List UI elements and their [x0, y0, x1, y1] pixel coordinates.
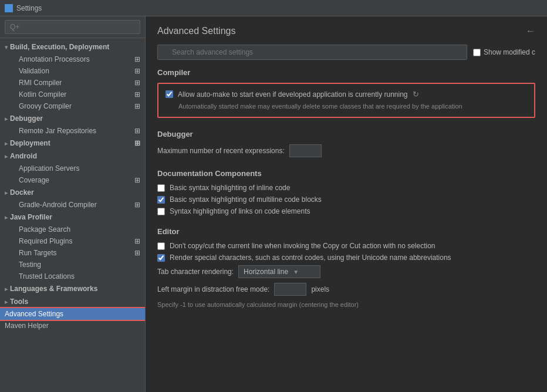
editor-checkbox-1[interactable] — [157, 242, 165, 250]
pixels-label: pixels — [311, 285, 329, 293]
back-arrow-button[interactable]: ← — [526, 26, 535, 36]
tab-rendering-select[interactable]: Horizontal line ▼ — [238, 265, 320, 278]
documentation-section: Documentation Components Basic syntax hi… — [157, 169, 535, 215]
allow-automake-checkbox[interactable] — [166, 90, 173, 98]
expand-icon-validation: ⊞ — [134, 67, 140, 75]
expand-icon-gradle: ⊞ — [134, 201, 140, 209]
tab-character-rendering-row: Tab character rendering: Horizontal line… — [157, 265, 535, 278]
sidebar-item-application-servers[interactable]: Application Servers — [0, 163, 145, 174]
content-header: Advanced Settings ← — [157, 26, 535, 36]
sidebar-item-kotlin-compiler[interactable]: Kotlin Compiler ⊞ — [0, 89, 145, 100]
sidebar-group-android-label: Android — [10, 152, 37, 160]
doc-checkbox-row-2: Basic syntax highlighting of multiline c… — [157, 195, 535, 204]
advanced-search-input[interactable] — [157, 45, 467, 60]
sidebar-group-build-label: Build, Execution, Deployment — [10, 43, 109, 51]
sidebar-item-run-targets[interactable]: Run Targets ⊞ — [0, 247, 145, 259]
sidebar-item-remote-jar[interactable]: Remote Jar Repositories ⊞ — [0, 125, 145, 137]
show-modified-label: Show modified c — [484, 48, 535, 56]
editor-checkbox-label-2: Render special characters, such as contr… — [170, 254, 451, 262]
sidebar-item-coverage[interactable]: Coverage ⊞ — [0, 174, 145, 186]
expand-arrow-build: ▾ — [5, 44, 8, 50]
sidebar-item-package-search[interactable]: Package Search — [0, 224, 145, 235]
doc-checkbox-label-3: Syntax highlighting of links on code ele… — [170, 207, 310, 215]
sidebar-group-debugger-label: Debugger — [10, 114, 43, 123]
sidebar-search-input[interactable] — [5, 20, 140, 34]
sidebar-search-box[interactable] — [0, 16, 145, 38]
sidebar-item-advanced-settings[interactable]: Advanced Settings — [0, 308, 145, 320]
tab-rendering-label: Tab character rendering: — [157, 268, 234, 276]
sidebar-item-required-plugins[interactable]: Required Plugins ⊞ — [0, 235, 145, 247]
sidebar-section-build: ▾ Build, Execution, Deployment Annotatio… — [0, 38, 145, 334]
dropdown-arrow-icon: ▼ — [293, 269, 299, 275]
editor-section-title: Editor — [157, 227, 535, 236]
expand-icon-kotlin: ⊞ — [134, 90, 140, 99]
sidebar-group-java-profiler-label: Java Profiler — [10, 213, 52, 221]
sidebar-group-languages[interactable]: ▸ Languages & Frameworks — [0, 282, 145, 295]
editor-checkbox-row-1: Don't copy/cut the current line when inv… — [157, 242, 535, 250]
sidebar-group-languages-label: Languages & Frameworks — [10, 285, 97, 293]
sidebar-group-docker-label: Docker — [10, 188, 34, 197]
expand-icon-annotation: ⊞ — [134, 55, 140, 63]
sidebar-item-annotation-processors[interactable]: Annotation Processors ⊞ — [0, 53, 145, 65]
sidebar-item-trusted-locations[interactable]: Trusted Locations — [0, 271, 145, 282]
doc-checkbox-3[interactable] — [157, 208, 165, 215]
compiler-checkbox-hint: Automatically started make may eventuall… — [178, 102, 527, 111]
content-title: Advanced Settings — [157, 26, 235, 36]
search-bar: Show modified c — [157, 45, 535, 60]
sidebar-item-rmi-compiler[interactable]: RMI Compiler ⊞ — [0, 77, 145, 89]
doc-checkbox-label-2: Basic syntax highlighting of multiline c… — [170, 195, 322, 204]
left-margin-row: Left margin in distraction free mode: -1… — [157, 283, 535, 296]
max-recent-input[interactable]: 50 — [289, 144, 322, 157]
sidebar-group-tools[interactable]: ▸ Tools — [0, 295, 145, 308]
title-bar-text: Settings — [16, 4, 42, 12]
sidebar-item-validation[interactable]: Validation ⊞ — [0, 65, 145, 77]
sidebar-item-groovy-compiler[interactable]: Groovy Compiler ⊞ — [0, 100, 145, 112]
app-icon — [5, 4, 13, 12]
doc-checkbox-1[interactable] — [157, 184, 165, 192]
show-modified-container: Show modified c — [473, 48, 535, 56]
expand-arrow-deployment: ▸ — [5, 140, 8, 147]
doc-checkbox-2[interactable] — [157, 196, 165, 204]
expand-icon-remote-jar: ⊞ — [134, 127, 140, 135]
sidebar-item-gradle-android[interactable]: Gradle-Android Compiler ⊞ — [0, 199, 145, 211]
content-area: Advanced Settings ← Show modified c Comp… — [146, 16, 547, 392]
expand-icon-required-plugins: ⊞ — [134, 237, 140, 245]
sidebar-group-java-profiler[interactable]: ▸ Java Profiler — [0, 211, 145, 224]
allow-automake-label: Allow auto-make to start even if develop… — [178, 90, 408, 99]
tab-rendering-value: Horizontal line — [244, 268, 288, 276]
left-margin-input[interactable]: -1 — [274, 283, 306, 296]
doc-checkbox-row-3: Syntax highlighting of links on code ele… — [157, 207, 535, 215]
compiler-section: Compiler Allow auto-make to start even i… — [157, 68, 535, 118]
sidebar-group-debugger[interactable]: ▸ Debugger — [0, 112, 145, 125]
max-recent-label: Maximum number of recent expressions: — [157, 147, 285, 155]
compiler-section-title: Compiler — [157, 68, 535, 77]
title-bar: Settings — [0, 0, 547, 16]
compiler-checkbox-row: Allow auto-make to start even if develop… — [166, 90, 527, 99]
main-container: ▾ Build, Execution, Deployment Annotatio… — [0, 16, 547, 392]
expand-icon-groovy: ⊞ — [134, 102, 140, 110]
editor-section: Editor Don't copy/cut the current line w… — [157, 227, 535, 309]
editor-checkbox-2[interactable] — [157, 254, 165, 262]
expand-icon-deployment: ⊞ — [134, 139, 140, 147]
left-margin-label: Left margin in distraction free mode: — [157, 285, 269, 293]
expand-arrow-docker: ▸ — [5, 190, 8, 196]
expand-arrow-debugger: ▸ — [5, 116, 8, 122]
sidebar-item-maven-helper[interactable]: Maven Helper — [0, 320, 145, 332]
max-recent-expressions-row: Maximum number of recent expressions: 50 — [157, 144, 535, 157]
expand-arrow-languages: ▸ — [5, 286, 8, 292]
left-margin-hint: Specify -1 to use automatically calculat… — [157, 300, 535, 309]
sidebar-group-deployment[interactable]: ▸ Deployment ⊞ — [0, 137, 145, 150]
doc-checkbox-row-1: Basic syntax highlighting of inline code — [157, 184, 535, 192]
editor-checkbox-label-1: Don't copy/cut the current line when inv… — [170, 242, 435, 250]
sidebar-group-deployment-label: Deployment — [10, 139, 50, 147]
show-modified-checkbox[interactable] — [473, 49, 481, 56]
editor-checkbox-row-2: Render special characters, such as contr… — [157, 254, 535, 262]
sidebar-group-android[interactable]: ▸ Android — [0, 150, 145, 163]
sidebar-item-testing[interactable]: Testing — [0, 259, 145, 271]
refresh-icon[interactable]: ↻ — [413, 90, 419, 99]
sidebar-group-build-execution[interactable]: ▾ Build, Execution, Deployment — [0, 40, 145, 53]
documentation-section-title: Documentation Components — [157, 169, 535, 178]
expand-icon-coverage: ⊞ — [134, 176, 140, 184]
expand-arrow-java-profiler: ▸ — [5, 214, 8, 221]
sidebar-group-docker[interactable]: ▸ Docker — [0, 186, 145, 199]
